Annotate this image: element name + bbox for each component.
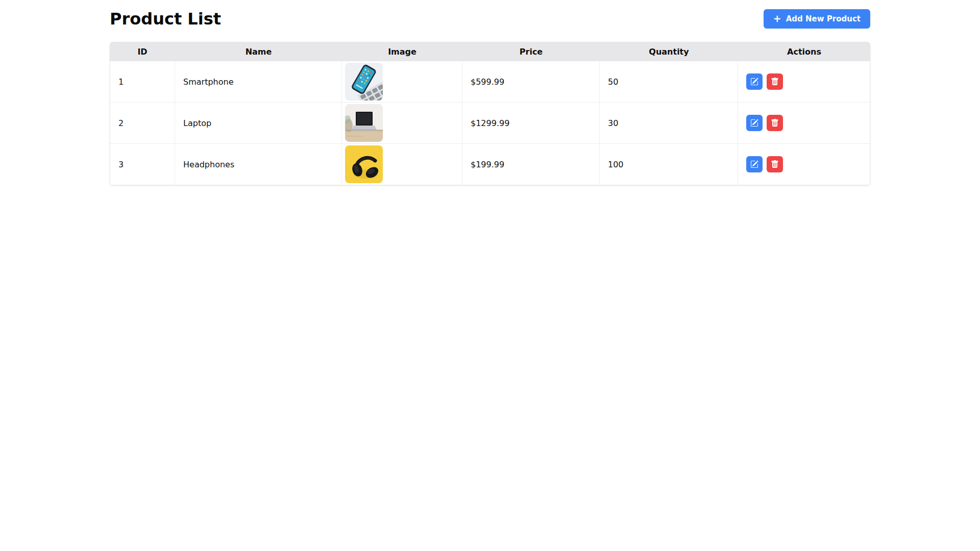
- table-header: ID Name Image Price Quantity Actions: [110, 42, 870, 61]
- page: Product List + Add New Product ID Name I…: [0, 0, 980, 551]
- cell-quantity: 30: [600, 103, 738, 144]
- column-header-actions: Actions: [738, 42, 870, 61]
- cell-image: [342, 144, 462, 185]
- cell-name: Smartphone: [175, 61, 342, 103]
- cell-price: $599.99: [462, 61, 600, 103]
- cell-actions: [738, 61, 870, 103]
- edit-button[interactable]: [746, 73, 763, 90]
- smartphone-product-image: [345, 63, 383, 101]
- plus-icon: +: [773, 14, 781, 23]
- cell-id: 3: [110, 144, 175, 185]
- trash-icon: [771, 78, 779, 86]
- delete-button[interactable]: [767, 73, 783, 90]
- edit-button[interactable]: [746, 115, 763, 131]
- table-header-row: ID Name Image Price Quantity Actions: [110, 42, 870, 61]
- page-title: Product List: [110, 9, 221, 29]
- cell-actions: [738, 103, 870, 144]
- cell-id: 1: [110, 61, 175, 103]
- cell-image: [342, 61, 462, 103]
- cell-id: 2: [110, 103, 175, 144]
- trash-icon: [771, 119, 779, 127]
- delete-button[interactable]: [767, 156, 783, 172]
- cell-price: $199.99: [462, 144, 600, 185]
- laptop-product-image: [345, 104, 383, 142]
- cell-quantity: 50: [600, 61, 738, 103]
- product-table: ID Name Image Price Quantity Actions 1 S…: [110, 42, 870, 185]
- trash-icon: [771, 160, 779, 168]
- column-header-name: Name: [175, 42, 342, 61]
- column-header-image: Image: [342, 42, 462, 61]
- page-header: Product List + Add New Product: [110, 9, 870, 29]
- cell-name: Laptop: [175, 103, 342, 144]
- pencil-square-icon: [750, 78, 758, 86]
- column-header-id: ID: [110, 42, 175, 61]
- cell-name: Headphones: [175, 144, 342, 185]
- pencil-square-icon: [750, 119, 758, 127]
- cell-quantity: 100: [600, 144, 738, 185]
- cell-price: $1299.99: [462, 103, 600, 144]
- table-row: 1 Smartphone: [110, 61, 870, 103]
- delete-button[interactable]: [767, 115, 783, 131]
- add-new-product-button[interactable]: + Add New Product: [764, 9, 870, 29]
- edit-button[interactable]: [746, 156, 763, 172]
- pencil-square-icon: [750, 160, 758, 168]
- table-row: 2 Laptop: [110, 103, 870, 144]
- cell-image: [342, 103, 462, 144]
- main-content: Product List + Add New Product ID Name I…: [110, 0, 870, 185]
- cell-actions: [738, 144, 870, 185]
- headphones-product-image: [345, 145, 383, 183]
- table-row: 3 Headphones: [110, 144, 870, 185]
- column-header-price: Price: [462, 42, 600, 61]
- add-new-product-label: Add New Product: [786, 14, 861, 23]
- column-header-quantity: Quantity: [600, 42, 738, 61]
